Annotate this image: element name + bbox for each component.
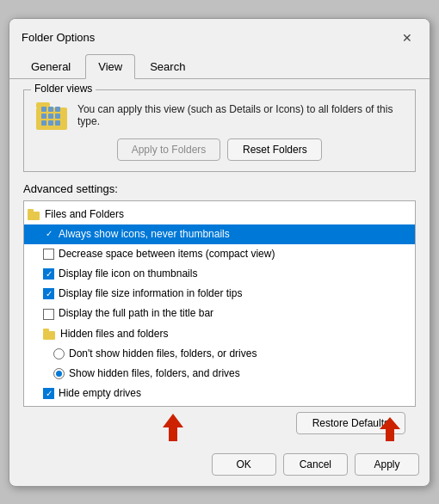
radio-show-hidden[interactable]	[53, 368, 65, 379]
checkbox-decrease-space[interactable]	[43, 249, 54, 260]
display-full-path-label: Display the full path in the title bar	[59, 305, 213, 322]
list-item-display-full-path[interactable]: Display the full path in the title bar	[24, 304, 415, 323]
checkbox-hide-empty-drives[interactable]: ✓	[43, 388, 54, 399]
group-files-folders-label: Files and Folders	[45, 206, 124, 223]
group-hidden-files: Hidden files and folders	[24, 324, 415, 344]
folder-body	[36, 108, 67, 130]
grid-cell	[48, 114, 53, 119]
show-hidden-label: Show hidden files, folders, and drives	[69, 366, 240, 382]
grid-cell	[55, 120, 60, 126]
views-buttons: Apply to Folders Reset Folders	[34, 138, 405, 161]
grid-overlay	[41, 107, 61, 126]
checkbox-display-file-size[interactable]: ✓	[43, 288, 54, 299]
checkbox-always-show-icons[interactable]: ✓	[43, 229, 54, 240]
decrease-space-label: Decrease space between items (compact vi…	[59, 246, 275, 262]
folder-icon	[34, 101, 69, 130]
apply-button[interactable]: Apply	[355, 453, 419, 476]
folder-views-group: Folder views	[23, 89, 416, 172]
always-show-icons-label: Always show icons, never thumbnails	[59, 226, 230, 243]
grid-cell	[55, 107, 60, 112]
display-file-icon-label: Display file icon on thumbnails	[59, 266, 197, 282]
dont-show-hidden-label: Don't show hidden files, folders, or dri…	[69, 346, 257, 362]
folder-body-small	[43, 331, 55, 340]
grid-cell	[41, 114, 46, 119]
checkbox-display-full-path[interactable]	[43, 309, 54, 320]
restore-defaults-button[interactable]: Restore Defaults	[296, 412, 405, 434]
advanced-settings-label: Advanced settings:	[23, 182, 416, 195]
restore-defaults-row: Restore Defaults	[23, 407, 416, 434]
folder-icon-small	[28, 208, 41, 220]
grid-cell	[41, 120, 46, 126]
list-item-always-show-icons[interactable]: ✓ Always show icons, never thumbnails	[24, 224, 415, 244]
title-bar: Folder Options ✕	[9, 19, 430, 53]
content-area: Folder views	[9, 79, 430, 445]
close-button[interactable]: ✕	[397, 28, 417, 48]
folder-views-description: You can apply this view (such as Details…	[77, 103, 405, 127]
list-item-show-hidden[interactable]: Show hidden files, folders, and drives	[24, 364, 415, 384]
list-item-display-file-size[interactable]: ✓ Display file size information in folde…	[24, 284, 415, 304]
bottom-buttons: OK Cancel Apply	[9, 445, 430, 486]
dialog-title: Folder Options	[22, 31, 95, 44]
folder-icon-small-hidden	[43, 328, 57, 340]
tabs-container: General View Search	[9, 53, 430, 79]
hidden-files-label: Hidden files and folders	[60, 326, 168, 342]
list-item-display-file-icon[interactable]: ✓ Display file icon on thumbnails	[24, 264, 415, 284]
list-item-decrease-space[interactable]: Decrease space between items (compact vi…	[24, 244, 415, 264]
folder-views-inner: You can apply this view (such as Details…	[34, 101, 405, 130]
display-file-size-label: Display file size information in folder …	[59, 286, 242, 302]
cancel-button[interactable]: Cancel	[283, 453, 348, 476]
list-item-dont-show-hidden[interactable]: Don't show hidden files, folders, or dri…	[24, 344, 415, 364]
radio-dont-show-hidden[interactable]	[53, 348, 65, 360]
hide-empty-drives-label: Hide empty drives	[59, 385, 141, 402]
tab-general[interactable]: General	[18, 54, 83, 79]
list-item-hide-empty-drives[interactable]: ✓ Hide empty drives	[24, 384, 415, 403]
grid-cell	[48, 107, 53, 112]
ok-button[interactable]: OK	[212, 453, 276, 476]
folder-views-label: Folder views	[31, 83, 96, 95]
folder-options-dialog: Folder Options ✕ General View Search Fol…	[9, 18, 430, 487]
grid-cell	[41, 107, 46, 112]
tab-search[interactable]: Search	[137, 54, 198, 79]
reset-folders-button[interactable]: Reset Folders	[227, 138, 322, 161]
grid-cell	[48, 120, 53, 126]
folder-body-small	[28, 212, 40, 220]
grid-cell	[55, 114, 60, 119]
apply-to-folders-button[interactable]: Apply to Folders	[117, 138, 221, 161]
checkbox-display-file-icon[interactable]: ✓	[43, 268, 54, 280]
group-files-folders: Files and Folders	[24, 205, 415, 224]
settings-list[interactable]: Files and Folders ✓ Always show icons, n…	[23, 200, 416, 407]
tab-view[interactable]: View	[85, 54, 135, 79]
